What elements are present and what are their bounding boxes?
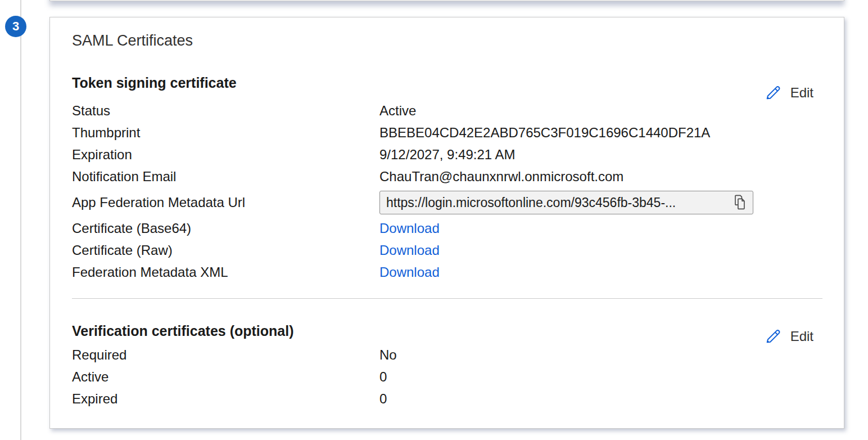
- certificate-base64-label: Certificate (Base64): [72, 219, 379, 237]
- app-federation-metadata-url-label: App Federation Metadata Url: [72, 194, 379, 212]
- step-number-badge: 3: [5, 16, 26, 37]
- active-row: Active 0: [72, 368, 822, 390]
- required-row: Required No: [72, 346, 822, 368]
- certificate-base64-download-link[interactable]: Download: [379, 219, 440, 237]
- token-signing-certificate-heading: Token signing certificate: [72, 75, 822, 90]
- edit-button-label: Edit: [790, 329, 813, 344]
- section-divider: [72, 298, 822, 299]
- step-connector-line: [20, 0, 21, 440]
- pencil-icon: [765, 327, 782, 345]
- verification-certificates-heading: Verification certificates (optional): [72, 324, 822, 338]
- status-value: Active: [379, 102, 416, 120]
- certificate-raw-label: Certificate (Raw): [72, 241, 379, 259]
- certificate-raw-row: Certificate (Raw) Download: [72, 241, 822, 263]
- notification-email-value: ChauTran@chaunxnrwl.onmicrosoft.com: [379, 168, 623, 186]
- copy-icon: [733, 195, 747, 210]
- saml-certificates-card: SAML Certificates Token signing certific…: [49, 17, 844, 429]
- card-title: SAML Certificates: [72, 33, 822, 48]
- federation-metadata-xml-row: Federation Metadata XML Download: [72, 263, 822, 285]
- certificate-raw-download-link[interactable]: Download: [379, 241, 440, 259]
- thumbprint-label: Thumbprint: [72, 124, 379, 142]
- verification-certificate-details: Required No Active 0 Expired 0: [72, 346, 822, 412]
- edit-token-certificate-button[interactable]: Edit: [765, 84, 813, 101]
- required-label: Required: [72, 346, 379, 364]
- required-value: No: [379, 346, 397, 364]
- certificate-download-list: Certificate (Base64) Download Certificat…: [72, 219, 822, 285]
- app-federation-metadata-url-field[interactable]: https://login.microsoftonline.com/93c456…: [379, 191, 753, 214]
- notification-email-row: Notification Email ChauTran@chaunxnrwl.o…: [72, 168, 822, 190]
- edit-button-label: Edit: [790, 85, 813, 101]
- active-label: Active: [72, 368, 379, 386]
- certificate-base64-row: Certificate (Base64) Download: [72, 219, 822, 241]
- active-value: 0: [379, 368, 387, 386]
- expiration-row: Expiration 9/12/2027, 9:49:21 AM: [72, 146, 822, 168]
- app-federation-metadata-url-value: https://login.microsoftonline.com/93c456…: [386, 194, 728, 212]
- app-federation-metadata-url-row: App Federation Metadata Url https://logi…: [72, 190, 822, 215]
- expired-row: Expired 0: [72, 390, 822, 412]
- thumbprint-row: Thumbprint BBEBE04CD42E2ABD765C3F019C169…: [72, 124, 822, 146]
- previous-card-fragment: [49, 0, 844, 1]
- expired-label: Expired: [72, 390, 379, 408]
- notification-email-label: Notification Email: [72, 168, 379, 186]
- expiration-value: 9/12/2027, 9:49:21 AM: [379, 146, 516, 164]
- thumbprint-value: BBEBE04CD42E2ABD765C3F019C1696C1440DF21A: [379, 124, 710, 142]
- pencil-icon: [765, 84, 782, 101]
- federation-metadata-xml-label: Federation Metadata XML: [72, 263, 379, 281]
- federation-metadata-xml-download-link[interactable]: Download: [379, 263, 440, 281]
- status-label: Status: [72, 102, 379, 120]
- status-row: Status Active: [72, 102, 822, 124]
- expiration-label: Expiration: [72, 146, 379, 164]
- edit-verification-certificates-button[interactable]: Edit: [765, 327, 813, 345]
- token-certificate-details: Status Active Thumbprint BBEBE04CD42E2AB…: [72, 102, 822, 215]
- expired-value: 0: [379, 390, 387, 408]
- copy-to-clipboard-button[interactable]: [733, 194, 747, 211]
